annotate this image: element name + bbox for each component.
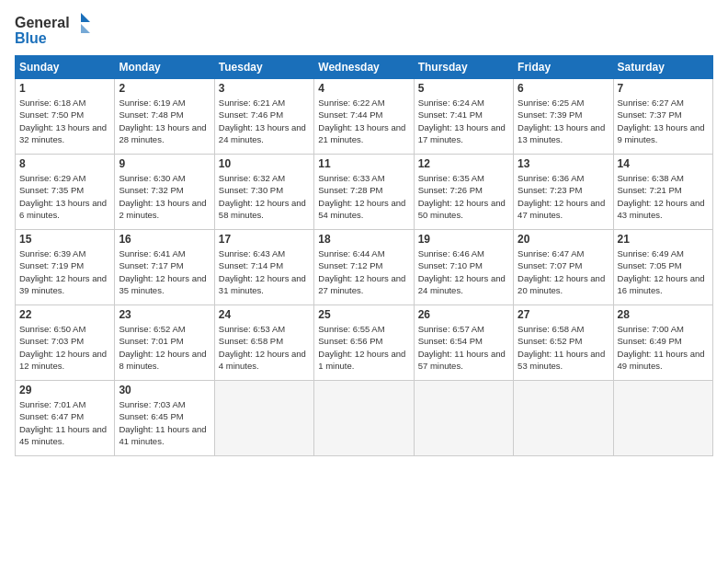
day-number: 7 (618, 82, 709, 95)
day-number: 8 (19, 157, 110, 170)
day-number: 21 (618, 233, 709, 246)
day-number: 10 (219, 157, 310, 170)
day-info: Sunrise: 6:24 AM Sunset: 7:41 PM Dayligh… (418, 97, 509, 145)
day-number: 29 (19, 384, 110, 396)
day-info: Sunrise: 6:25 AM Sunset: 7:39 PM Dayligh… (518, 97, 609, 145)
day-number: 13 (518, 157, 609, 170)
column-header-monday: Monday (115, 56, 214, 79)
day-info: Sunrise: 6:49 AM Sunset: 7:05 PM Dayligh… (618, 247, 709, 296)
day-info: Sunrise: 6:35 AM Sunset: 7:26 PM Dayligh… (418, 172, 509, 221)
day-info: Sunrise: 7:01 AM Sunset: 6:47 PM Dayligh… (19, 398, 110, 447)
calendar-cell: 16 Sunrise: 6:41 AM Sunset: 7:17 PM Dayl… (115, 230, 214, 305)
day-number: 14 (618, 157, 709, 170)
day-info: Sunrise: 6:39 AM Sunset: 7:19 PM Dayligh… (19, 247, 110, 296)
day-info: Sunrise: 6:55 AM Sunset: 6:56 PM Dayligh… (318, 323, 409, 372)
day-number: 20 (518, 233, 609, 246)
day-number: 27 (518, 308, 609, 321)
week-row-3: 15 Sunrise: 6:39 AM Sunset: 7:19 PM Dayl… (16, 230, 713, 305)
calendar-cell: 17 Sunrise: 6:43 AM Sunset: 7:14 PM Dayl… (214, 230, 313, 305)
day-info: Sunrise: 6:41 AM Sunset: 7:17 PM Dayligh… (119, 247, 210, 296)
calendar-cell: 27 Sunrise: 6:58 AM Sunset: 6:52 PM Dayl… (514, 305, 613, 381)
day-number: 9 (119, 157, 210, 170)
logo: General Blue (15, 11, 97, 48)
day-number: 26 (418, 308, 509, 321)
week-row-2: 8 Sunrise: 6:29 AM Sunset: 7:35 PM Dayli… (16, 155, 713, 230)
day-info: Sunrise: 6:46 AM Sunset: 7:10 PM Dayligh… (418, 247, 509, 296)
calendar-cell: 19 Sunrise: 6:46 AM Sunset: 7:10 PM Dayl… (414, 230, 513, 305)
day-info: Sunrise: 6:21 AM Sunset: 7:46 PM Dayligh… (219, 97, 310, 145)
day-number: 11 (318, 157, 409, 170)
column-header-saturday: Saturday (613, 56, 712, 79)
day-number: 16 (119, 233, 210, 246)
calendar-cell: 25 Sunrise: 6:55 AM Sunset: 6:56 PM Dayl… (314, 305, 414, 381)
calendar-cell: 13 Sunrise: 6:36 AM Sunset: 7:23 PM Dayl… (514, 155, 613, 230)
calendar-cell: 28 Sunrise: 7:00 AM Sunset: 6:49 PM Dayl… (613, 305, 712, 381)
day-number: 1 (19, 82, 110, 95)
calendar-cell (613, 381, 712, 456)
svg-marker-2 (81, 13, 90, 22)
day-info: Sunrise: 6:33 AM Sunset: 7:28 PM Dayligh… (318, 172, 409, 221)
calendar-cell: 23 Sunrise: 6:52 AM Sunset: 7:01 PM Dayl… (115, 305, 214, 381)
calendar-cell: 10 Sunrise: 6:32 AM Sunset: 7:30 PM Dayl… (214, 155, 313, 230)
day-info: Sunrise: 6:29 AM Sunset: 7:35 PM Dayligh… (19, 172, 110, 221)
calendar-cell: 30 Sunrise: 7:03 AM Sunset: 6:45 PM Dayl… (115, 381, 214, 456)
day-info: Sunrise: 6:53 AM Sunset: 6:58 PM Dayligh… (219, 323, 310, 372)
calendar-cell: 11 Sunrise: 6:33 AM Sunset: 7:28 PM Dayl… (314, 155, 414, 230)
calendar-cell: 22 Sunrise: 6:50 AM Sunset: 7:03 PM Dayl… (16, 305, 115, 381)
logo-svg: General Blue (15, 11, 97, 48)
day-number: 24 (219, 308, 310, 321)
day-info: Sunrise: 6:18 AM Sunset: 7:50 PM Dayligh… (19, 97, 110, 145)
day-number: 25 (318, 308, 409, 321)
day-info: Sunrise: 6:50 AM Sunset: 7:03 PM Dayligh… (19, 323, 110, 372)
day-number: 19 (418, 233, 509, 246)
column-header-tuesday: Tuesday (214, 56, 313, 79)
calendar-cell: 14 Sunrise: 6:38 AM Sunset: 7:21 PM Dayl… (613, 155, 712, 230)
day-number: 22 (19, 308, 110, 321)
calendar-cell: 8 Sunrise: 6:29 AM Sunset: 7:35 PM Dayli… (16, 155, 115, 230)
day-info: Sunrise: 6:36 AM Sunset: 7:23 PM Dayligh… (518, 172, 609, 221)
calendar-cell: 5 Sunrise: 6:24 AM Sunset: 7:41 PM Dayli… (414, 79, 513, 155)
calendar-cell: 2 Sunrise: 6:19 AM Sunset: 7:48 PM Dayli… (115, 79, 214, 155)
calendar-table: SundayMondayTuesdayWednesdayThursdayFrid… (15, 55, 713, 456)
calendar-header-row: SundayMondayTuesdayWednesdayThursdayFrid… (16, 56, 713, 79)
column-header-friday: Friday (514, 56, 613, 79)
column-header-thursday: Thursday (414, 56, 513, 79)
day-number: 3 (219, 82, 310, 95)
calendar-cell (514, 381, 613, 456)
calendar-cell: 9 Sunrise: 6:30 AM Sunset: 7:32 PM Dayli… (115, 155, 214, 230)
page-container: General Blue SundayMondayTuesdayWednesda… (0, 0, 728, 464)
calendar-cell: 18 Sunrise: 6:44 AM Sunset: 7:12 PM Dayl… (314, 230, 414, 305)
calendar-cell (314, 381, 414, 456)
day-number: 28 (618, 308, 709, 321)
day-number: 2 (119, 82, 210, 95)
day-info: Sunrise: 6:43 AM Sunset: 7:14 PM Dayligh… (219, 247, 310, 296)
svg-marker-3 (81, 24, 90, 33)
day-info: Sunrise: 6:27 AM Sunset: 7:37 PM Dayligh… (618, 97, 709, 145)
day-info: Sunrise: 6:52 AM Sunset: 7:01 PM Dayligh… (119, 323, 210, 372)
day-number: 6 (518, 82, 609, 95)
week-row-1: 1 Sunrise: 6:18 AM Sunset: 7:50 PM Dayli… (16, 79, 713, 155)
day-info: Sunrise: 7:00 AM Sunset: 6:49 PM Dayligh… (618, 323, 709, 372)
day-number: 17 (219, 233, 310, 246)
day-info: Sunrise: 6:44 AM Sunset: 7:12 PM Dayligh… (318, 247, 409, 296)
day-number: 12 (418, 157, 509, 170)
calendar-cell: 7 Sunrise: 6:27 AM Sunset: 7:37 PM Dayli… (613, 79, 712, 155)
calendar-cell: 3 Sunrise: 6:21 AM Sunset: 7:46 PM Dayli… (214, 79, 313, 155)
calendar-cell: 4 Sunrise: 6:22 AM Sunset: 7:44 PM Dayli… (314, 79, 414, 155)
header: General Blue (15, 11, 713, 48)
calendar-cell (414, 381, 513, 456)
calendar-body: 1 Sunrise: 6:18 AM Sunset: 7:50 PM Dayli… (16, 79, 713, 456)
calendar-cell: 29 Sunrise: 7:01 AM Sunset: 6:47 PM Dayl… (16, 381, 115, 456)
day-number: 4 (318, 82, 409, 95)
day-number: 5 (418, 82, 509, 95)
day-number: 18 (318, 233, 409, 246)
calendar-cell: 12 Sunrise: 6:35 AM Sunset: 7:26 PM Dayl… (414, 155, 513, 230)
day-info: Sunrise: 6:32 AM Sunset: 7:30 PM Dayligh… (219, 172, 310, 221)
day-info: Sunrise: 6:58 AM Sunset: 6:52 PM Dayligh… (518, 323, 609, 372)
column-header-sunday: Sunday (16, 56, 115, 79)
calendar-cell: 15 Sunrise: 6:39 AM Sunset: 7:19 PM Dayl… (16, 230, 115, 305)
svg-text:Blue: Blue (15, 30, 47, 46)
calendar-cell: 6 Sunrise: 6:25 AM Sunset: 7:39 PM Dayli… (514, 79, 613, 155)
week-row-4: 22 Sunrise: 6:50 AM Sunset: 7:03 PM Dayl… (16, 305, 713, 381)
day-info: Sunrise: 6:19 AM Sunset: 7:48 PM Dayligh… (119, 97, 210, 145)
